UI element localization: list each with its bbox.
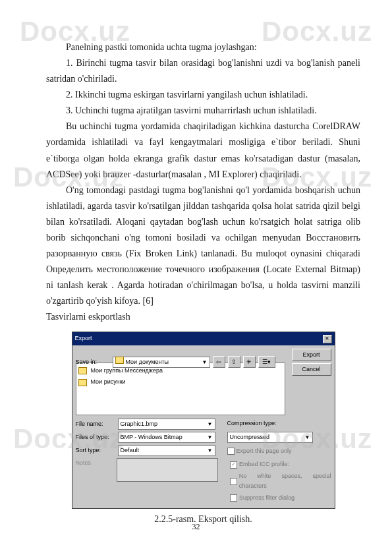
paragraph: Panelning pastki tomonida uchta tugma jo…: [46, 40, 360, 55]
file-name-input[interactable]: Graphic1.bmp▼: [118, 419, 215, 430]
up-button[interactable]: ⇧: [228, 356, 240, 368]
view-button[interactable]: ☰▾: [258, 356, 275, 368]
files-of-type-label: Files of type:: [76, 432, 114, 442]
no-white-checkbox[interactable]: No white spaces, special characters: [230, 471, 331, 492]
files-of-type-select[interactable]: BMP - Windows Bitmap▼: [118, 432, 215, 443]
suppress-checkbox[interactable]: Suppress filter dialog: [230, 493, 331, 503]
embed-icc-checkbox[interactable]: ✓Embed ICC profile:: [230, 459, 331, 469]
back-button[interactable]: ⇦: [213, 356, 225, 368]
sort-type-label: Sort type:: [76, 446, 114, 455]
paragraph: Tasvirlarni eskportlash: [46, 309, 360, 325]
paragraph: O'ng tomondagi pastdagi tugma bog'lanish…: [46, 183, 360, 310]
list-item-2: 2. Ikkinchi tugma eskirgan tasvirlarni y…: [46, 87, 360, 103]
folder-icon: [115, 357, 124, 364]
folder-icon: [78, 379, 87, 386]
folder-icon: [78, 367, 87, 374]
compression-select[interactable]: Uncompressed▼: [227, 432, 313, 443]
dialog-title-text: Export: [75, 334, 92, 343]
document-body: Panelning pastki tomonida uchta tugma jo…: [46, 40, 360, 527]
file-list[interactable]: Мои группы Мессенджера Мои рисунки: [76, 363, 285, 415]
cancel-button[interactable]: Cancel: [292, 363, 331, 376]
notes-input[interactable]: [117, 458, 218, 482]
dialog-titlebar: Export ✕: [72, 332, 335, 345]
chevron-down-icon: ▼: [202, 358, 208, 367]
close-button[interactable]: ✕: [323, 335, 332, 343]
sort-type-select[interactable]: Default▼: [118, 445, 215, 456]
export-button[interactable]: Export: [292, 349, 331, 361]
list-item-3: 3. Uchinchi tugma ajratilgan tasvirni mu…: [46, 103, 360, 119]
list-item[interactable]: Мои рисунки: [78, 376, 283, 388]
file-name-label: File name:: [76, 419, 114, 429]
paragraph: Bu uchinchi tugma yordamida chaqiriladig…: [46, 119, 360, 182]
page-number: 32: [0, 522, 392, 532]
export-dialog: Export ✕ Save in: Мои документы ▼ ⇦ ⇧ ✳ …: [72, 332, 335, 509]
compression-label: Compression type:: [227, 419, 277, 428]
list-item-1: 1. Birinchi tugma tasvir bilan orasidagi…: [46, 55, 360, 87]
page-only-checkbox[interactable]: Export this page only: [227, 446, 292, 456]
notes-label: Notes: [76, 458, 113, 468]
new-folder-button[interactable]: ✳: [243, 356, 256, 368]
